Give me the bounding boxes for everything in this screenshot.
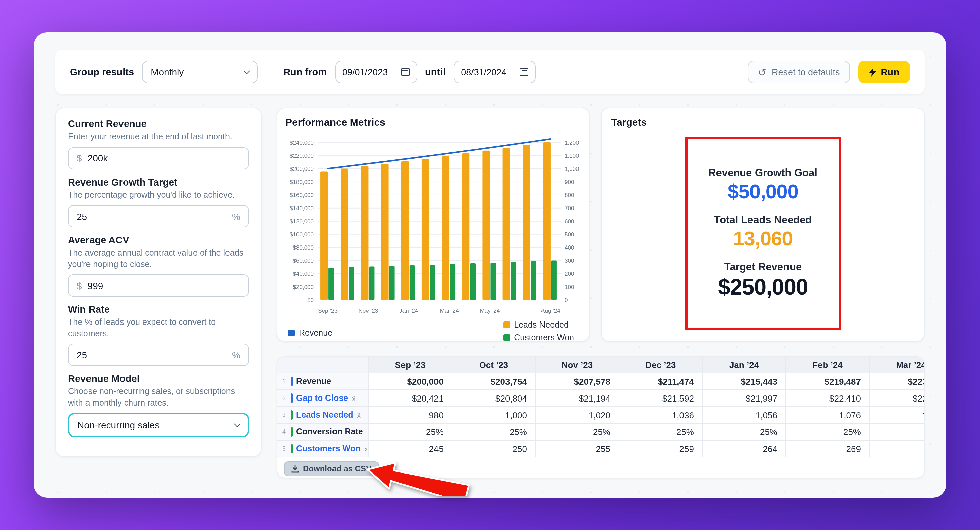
revenue-model-select[interactable]: Non-recurring sales bbox=[68, 413, 249, 437]
reset-button-label: Reset to defaults bbox=[772, 67, 840, 77]
table-cell-gap-to-close: $21,194 bbox=[536, 390, 619, 407]
row-label-conversion-rate: 4Conversion Rate bbox=[277, 424, 369, 441]
formula-icon: ẍ bbox=[352, 394, 356, 402]
growth-target-value: 25 bbox=[77, 211, 87, 222]
table-cell-conversion-rate: 25% bbox=[452, 424, 536, 441]
group-by-select[interactable]: Monthly bbox=[142, 60, 258, 83]
table-cell-gap-to-close: $21,997 bbox=[703, 390, 786, 407]
table-cell-customers-won: 274 bbox=[870, 441, 925, 457]
row-number: 1 bbox=[281, 378, 287, 385]
svg-text:$220,000: $220,000 bbox=[290, 153, 313, 159]
legend-item-leads-needed: Leads Needed bbox=[503, 320, 574, 330]
table-cell-gap-to-close: $20,421 bbox=[369, 390, 452, 407]
svg-text:$100,000: $100,000 bbox=[290, 232, 313, 238]
total-leads-needed-label: Total Leads Needed bbox=[714, 214, 812, 226]
row-label-text: Leads Needed bbox=[296, 410, 353, 420]
target-revenue-value: $250,000 bbox=[718, 275, 808, 300]
svg-text:700: 700 bbox=[565, 205, 574, 211]
column-header: Mar ’24 bbox=[870, 357, 925, 373]
calendar-icon bbox=[520, 68, 528, 76]
table-cell-revenue: $200,000 bbox=[369, 373, 452, 390]
leads-needed-bar bbox=[442, 156, 449, 300]
growth-target-input[interactable]: 25 % bbox=[68, 205, 249, 227]
table-cell-gap-to-close: $21,592 bbox=[619, 390, 703, 407]
leads-needed-bar bbox=[482, 151, 490, 300]
until-date-input[interactable]: 08/31/2024 bbox=[453, 60, 536, 83]
table-cell-leads-needed: 1,036 bbox=[619, 407, 703, 424]
revenue-growth-goal-value: $50,000 bbox=[708, 180, 818, 203]
win-rate-value: 25 bbox=[77, 349, 87, 360]
results-table: Sep ’23Oct ’23Nov ’23Dec ’23Jan ’24Feb ’… bbox=[277, 357, 925, 457]
target-revenue-item: Target Revenue $250,000 bbox=[718, 261, 808, 300]
svg-text:$200,000: $200,000 bbox=[290, 166, 313, 172]
leads-needed-bar bbox=[422, 159, 429, 300]
average-acv-input[interactable]: $ 999 bbox=[68, 275, 249, 297]
row-label-text: Gap to Close bbox=[296, 394, 348, 403]
table-cell-conversion-rate: 25% bbox=[369, 424, 452, 441]
table-cell-revenue: $207,578 bbox=[536, 373, 619, 390]
win-rate-input[interactable]: 25 % bbox=[68, 344, 249, 366]
row-accent-bar bbox=[291, 394, 293, 403]
current-revenue-group: Current Revenue Enter your revenue at th… bbox=[68, 118, 249, 169]
toolbar: Group results Monthly Run from 09/01/202… bbox=[55, 50, 925, 94]
run-button-label: Run bbox=[881, 67, 899, 77]
row-label-leads-needed[interactable]: 3Leads Neededẍ bbox=[277, 407, 369, 424]
svg-text:600: 600 bbox=[565, 218, 574, 225]
table-cell-revenue: $219,487 bbox=[786, 373, 870, 390]
app-card: Group results Monthly Run from 09/01/202… bbox=[33, 32, 947, 498]
row-label-gap-to-close[interactable]: 2Gap to Closeẍ bbox=[277, 390, 369, 407]
svg-text:$140,000: $140,000 bbox=[290, 205, 313, 211]
targets-panel: Targets Revenue Growth Goal $50,000 Tota… bbox=[601, 108, 925, 342]
reset-to-defaults-button[interactable]: ↺ Reset to defaults bbox=[748, 60, 850, 83]
reset-icon: ↺ bbox=[758, 67, 766, 77]
table-cell-revenue: $215,443 bbox=[703, 373, 786, 390]
legend-label: Customers Won bbox=[514, 333, 574, 342]
revenue-model-value: Non-recurring sales bbox=[77, 420, 159, 430]
column-header: Nov ’23 bbox=[536, 357, 619, 373]
group-by-value: Monthly bbox=[151, 67, 184, 77]
svg-text:May ’24: May ’24 bbox=[480, 308, 500, 314]
current-revenue-input[interactable]: $ 200k bbox=[68, 147, 249, 169]
svg-text:$120,000: $120,000 bbox=[290, 218, 313, 225]
current-revenue-description: Enter your revenue at the end of last mo… bbox=[68, 131, 249, 142]
percent-suffix: % bbox=[232, 211, 240, 222]
row-label-customers-won[interactable]: 5Customers Wonẍ bbox=[277, 441, 369, 457]
leads-needed-bar bbox=[381, 164, 389, 300]
targets-title: Targets bbox=[611, 116, 915, 128]
svg-text:800: 800 bbox=[565, 192, 574, 198]
run-from-date-input[interactable]: 09/01/2023 bbox=[335, 60, 417, 83]
run-from-date-value: 09/01/2023 bbox=[342, 67, 388, 77]
table-cell-leads-needed: 1,076 bbox=[786, 407, 870, 424]
customers-won-bar bbox=[470, 263, 476, 300]
average-acv-description: The average annual contract value of the… bbox=[68, 248, 249, 270]
row-accent-bar bbox=[291, 410, 293, 420]
legend-swatch bbox=[503, 322, 510, 328]
svg-text:Nov ’23: Nov ’23 bbox=[359, 308, 378, 314]
leads-needed-bar bbox=[543, 142, 550, 300]
revenue-model-group: Revenue Model Choose non-recurring sales… bbox=[68, 373, 249, 437]
run-button[interactable]: Run bbox=[858, 60, 910, 83]
table-cell-gap-to-close: $20,804 bbox=[452, 390, 536, 407]
svg-text:$40,000: $40,000 bbox=[293, 271, 313, 277]
column-header: Feb ’24 bbox=[786, 357, 870, 373]
column-header: Dec ’23 bbox=[619, 357, 703, 373]
performance-chart-svg: $00$20,000100$40,000200$60,000300$80,000… bbox=[285, 130, 585, 317]
win-rate-label: Win Rate bbox=[68, 304, 249, 315]
leads-needed-bar bbox=[320, 171, 328, 300]
row-label-revenue: 1Revenue bbox=[277, 373, 369, 390]
column-header: Sep ’23 bbox=[369, 357, 452, 373]
performance-metrics-panel: Performance Metrics $00$20,000100$40,000… bbox=[277, 108, 590, 342]
performance-metrics-title: Performance Metrics bbox=[285, 116, 584, 128]
svg-text:900: 900 bbox=[565, 179, 574, 185]
svg-text:400: 400 bbox=[565, 244, 574, 251]
customers-won-bar bbox=[551, 260, 557, 300]
row-number: 5 bbox=[281, 445, 287, 452]
revenue-model-description: Choose non-recurring sales, or subscript… bbox=[68, 386, 249, 408]
table-cell-customers-won: 264 bbox=[703, 441, 786, 457]
svg-text:$20,000: $20,000 bbox=[293, 284, 313, 290]
row-label-text: Customers Won bbox=[296, 444, 360, 453]
table-cell-customers-won: 255 bbox=[536, 441, 619, 457]
table-cell-leads-needed: 1,056 bbox=[703, 407, 786, 424]
red-highlight-annotation: Revenue Growth Goal $50,000 Total Leads … bbox=[685, 136, 841, 330]
chevron-down-icon bbox=[243, 67, 250, 74]
